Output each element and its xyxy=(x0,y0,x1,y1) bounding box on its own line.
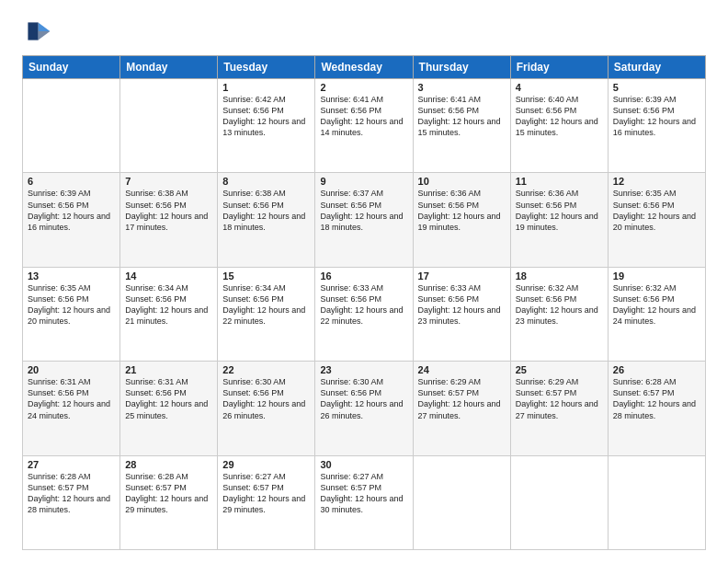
day-number: 26 xyxy=(613,364,700,375)
svg-marker-0 xyxy=(39,22,51,31)
day-number: 24 xyxy=(418,364,506,375)
svg-marker-1 xyxy=(39,31,51,40)
calendar-week-2: 6Sunrise: 6:39 AMSunset: 6:56 PMDaylight… xyxy=(23,173,706,267)
calendar-cell: 4Sunrise: 6:40 AMSunset: 6:56 PMDaylight… xyxy=(510,79,608,173)
day-info: Sunrise: 6:28 AMSunset: 6:57 PMDaylight:… xyxy=(28,471,115,516)
day-info: Sunrise: 6:32 AMSunset: 6:56 PMDaylight:… xyxy=(613,282,700,327)
calendar-cell: 17Sunrise: 6:33 AMSunset: 6:56 PMDayligh… xyxy=(413,267,510,361)
logo-icon xyxy=(22,17,51,46)
day-number: 12 xyxy=(613,176,700,187)
calendar-cell xyxy=(608,455,705,549)
calendar-header-row: SundayMondayTuesdayWednesdayThursdayFrid… xyxy=(23,56,706,79)
day-info: Sunrise: 6:40 AMSunset: 6:56 PMDaylight:… xyxy=(516,94,603,139)
day-number: 30 xyxy=(320,459,407,470)
calendar-cell: 1Sunrise: 6:42 AMSunset: 6:56 PMDaylight… xyxy=(218,79,315,173)
calendar-cell: 19Sunrise: 6:32 AMSunset: 6:56 PMDayligh… xyxy=(608,267,705,361)
calendar-cell: 7Sunrise: 6:38 AMSunset: 6:56 PMDaylight… xyxy=(120,173,218,267)
calendar-cell: 24Sunrise: 6:29 AMSunset: 6:57 PMDayligh… xyxy=(413,362,510,455)
day-info: Sunrise: 6:34 AMSunset: 6:56 PMDaylight:… xyxy=(125,282,212,327)
day-info: Sunrise: 6:31 AMSunset: 6:56 PMDaylight:… xyxy=(125,376,212,421)
day-info: Sunrise: 6:36 AMSunset: 6:56 PMDaylight:… xyxy=(516,188,603,233)
day-info: Sunrise: 6:38 AMSunset: 6:56 PMDaylight:… xyxy=(125,188,212,233)
day-info: Sunrise: 6:28 AMSunset: 6:57 PMDaylight:… xyxy=(125,471,212,516)
day-info: Sunrise: 6:41 AMSunset: 6:56 PMDaylight:… xyxy=(320,94,407,139)
calendar-cell: 20Sunrise: 6:31 AMSunset: 6:56 PMDayligh… xyxy=(23,362,120,455)
calendar: SundayMondayTuesdayWednesdayThursdayFrid… xyxy=(22,55,706,550)
day-number: 11 xyxy=(516,176,603,187)
header xyxy=(22,17,706,46)
day-info: Sunrise: 6:30 AMSunset: 6:56 PMDaylight:… xyxy=(320,376,407,421)
calendar-cell: 30Sunrise: 6:27 AMSunset: 6:57 PMDayligh… xyxy=(315,455,413,549)
day-number: 6 xyxy=(28,176,115,187)
col-header-monday: Monday xyxy=(120,56,218,79)
day-number: 17 xyxy=(418,270,506,282)
day-info: Sunrise: 6:36 AMSunset: 6:56 PMDaylight:… xyxy=(418,188,506,233)
day-number: 5 xyxy=(613,82,700,93)
day-info: Sunrise: 6:35 AMSunset: 6:56 PMDaylight:… xyxy=(613,188,700,233)
day-info: Sunrise: 6:39 AMSunset: 6:56 PMDaylight:… xyxy=(613,94,700,139)
day-info: Sunrise: 6:33 AMSunset: 6:56 PMDaylight:… xyxy=(418,282,506,327)
calendar-cell: 28Sunrise: 6:28 AMSunset: 6:57 PMDayligh… xyxy=(120,455,218,549)
svg-marker-2 xyxy=(28,22,38,40)
day-number: 18 xyxy=(516,270,603,282)
day-number: 2 xyxy=(320,82,407,93)
day-info: Sunrise: 6:27 AMSunset: 6:57 PMDaylight:… xyxy=(320,471,407,516)
day-info: Sunrise: 6:31 AMSunset: 6:56 PMDaylight:… xyxy=(28,376,115,421)
day-info: Sunrise: 6:41 AMSunset: 6:56 PMDaylight:… xyxy=(418,94,506,139)
calendar-cell: 3Sunrise: 6:41 AMSunset: 6:56 PMDaylight… xyxy=(413,79,510,173)
day-info: Sunrise: 6:34 AMSunset: 6:56 PMDaylight:… xyxy=(222,282,310,327)
day-info: Sunrise: 6:38 AMSunset: 6:56 PMDaylight:… xyxy=(222,188,310,233)
day-number: 21 xyxy=(125,364,212,375)
day-number: 4 xyxy=(516,82,603,93)
day-number: 3 xyxy=(418,82,506,93)
calendar-week-1: 1Sunrise: 6:42 AMSunset: 6:56 PMDaylight… xyxy=(23,79,706,173)
calendar-cell: 6Sunrise: 6:39 AMSunset: 6:56 PMDaylight… xyxy=(23,173,120,267)
calendar-cell: 11Sunrise: 6:36 AMSunset: 6:56 PMDayligh… xyxy=(510,173,608,267)
calendar-cell: 18Sunrise: 6:32 AMSunset: 6:56 PMDayligh… xyxy=(510,267,608,361)
calendar-cell: 2Sunrise: 6:41 AMSunset: 6:56 PMDaylight… xyxy=(315,79,413,173)
day-number: 22 xyxy=(222,364,310,375)
day-info: Sunrise: 6:30 AMSunset: 6:56 PMDaylight:… xyxy=(222,376,310,421)
calendar-cell: 16Sunrise: 6:33 AMSunset: 6:56 PMDayligh… xyxy=(315,267,413,361)
col-header-tuesday: Tuesday xyxy=(218,56,315,79)
day-number: 7 xyxy=(125,176,212,187)
calendar-cell: 23Sunrise: 6:30 AMSunset: 6:56 PMDayligh… xyxy=(315,362,413,455)
calendar-cell: 13Sunrise: 6:35 AMSunset: 6:56 PMDayligh… xyxy=(23,267,120,361)
day-number: 10 xyxy=(418,176,506,187)
day-number: 1 xyxy=(222,82,310,93)
calendar-cell: 5Sunrise: 6:39 AMSunset: 6:56 PMDaylight… xyxy=(608,79,705,173)
day-number: 16 xyxy=(320,270,407,282)
day-number: 8 xyxy=(222,176,310,187)
col-header-saturday: Saturday xyxy=(608,56,705,79)
calendar-cell: 15Sunrise: 6:34 AMSunset: 6:56 PMDayligh… xyxy=(218,267,315,361)
calendar-cell: 12Sunrise: 6:35 AMSunset: 6:56 PMDayligh… xyxy=(608,173,705,267)
day-info: Sunrise: 6:42 AMSunset: 6:56 PMDaylight:… xyxy=(222,94,310,139)
page: SundayMondayTuesdayWednesdayThursdayFrid… xyxy=(0,0,728,563)
calendar-cell xyxy=(23,79,120,173)
calendar-cell: 27Sunrise: 6:28 AMSunset: 6:57 PMDayligh… xyxy=(23,455,120,549)
day-number: 25 xyxy=(516,364,603,375)
day-info: Sunrise: 6:29 AMSunset: 6:57 PMDaylight:… xyxy=(418,376,506,421)
calendar-cell: 26Sunrise: 6:28 AMSunset: 6:57 PMDayligh… xyxy=(608,362,705,455)
col-header-sunday: Sunday xyxy=(23,56,120,79)
day-number: 27 xyxy=(28,459,115,470)
calendar-cell xyxy=(120,79,218,173)
col-header-wednesday: Wednesday xyxy=(315,56,413,79)
calendar-cell: 8Sunrise: 6:38 AMSunset: 6:56 PMDaylight… xyxy=(218,173,315,267)
logo xyxy=(22,17,55,46)
day-info: Sunrise: 6:33 AMSunset: 6:56 PMDaylight:… xyxy=(320,282,407,327)
day-info: Sunrise: 6:28 AMSunset: 6:57 PMDaylight:… xyxy=(613,376,700,421)
day-number: 20 xyxy=(28,364,115,375)
day-info: Sunrise: 6:37 AMSunset: 6:56 PMDaylight:… xyxy=(320,188,407,233)
day-number: 15 xyxy=(222,270,310,282)
calendar-cell: 25Sunrise: 6:29 AMSunset: 6:57 PMDayligh… xyxy=(510,362,608,455)
col-header-friday: Friday xyxy=(510,56,608,79)
calendar-week-3: 13Sunrise: 6:35 AMSunset: 6:56 PMDayligh… xyxy=(23,267,706,361)
day-number: 28 xyxy=(125,459,212,470)
calendar-cell: 10Sunrise: 6:36 AMSunset: 6:56 PMDayligh… xyxy=(413,173,510,267)
day-number: 9 xyxy=(320,176,407,187)
day-number: 14 xyxy=(125,270,212,282)
day-number: 13 xyxy=(28,270,115,282)
col-header-thursday: Thursday xyxy=(413,56,510,79)
calendar-week-5: 27Sunrise: 6:28 AMSunset: 6:57 PMDayligh… xyxy=(23,455,706,549)
